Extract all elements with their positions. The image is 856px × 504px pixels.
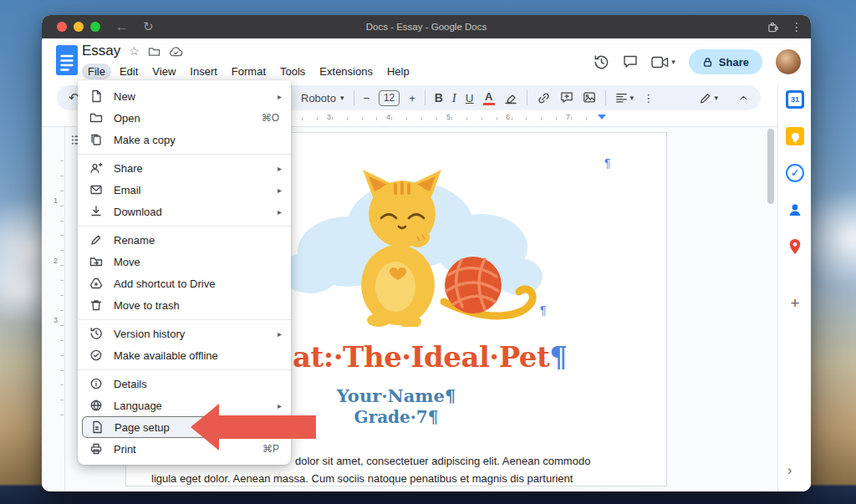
menu-separator — [78, 150, 291, 157]
editing-mode-select[interactable]: ▾ — [699, 92, 718, 104]
menu-item-label: Language — [114, 400, 162, 412]
menu-item-details[interactable]: Details — [78, 373, 291, 395]
menu-tools[interactable]: Tools — [274, 64, 311, 79]
document-title[interactable]: Essay — [82, 43, 120, 59]
collapse-toolbar-icon[interactable] — [738, 93, 749, 104]
insert-link-icon[interactable] — [537, 91, 551, 105]
ruler-number: 1 — [54, 196, 58, 205]
vertical-ruler[interactable]: 1 2 3 — [42, 127, 65, 491]
menu-item-download[interactable]: Download ▸ — [78, 201, 291, 222]
increase-font-size-button[interactable]: + — [409, 92, 415, 104]
align-select[interactable]: ▾ — [615, 92, 634, 104]
menu-item-share[interactable]: Share ▸ — [78, 157, 291, 179]
rename-pencil-icon — [89, 233, 103, 247]
menu-file[interactable]: File — [82, 64, 111, 79]
info-icon — [89, 377, 103, 390]
menu-item-make-available-offline[interactable]: Make available offline — [78, 344, 291, 366]
extensions-puzzle-icon[interactable] — [767, 21, 779, 33]
pilcrow-mark: ¶ — [549, 340, 567, 374]
menu-view[interactable]: View — [146, 64, 181, 79]
menu-insert[interactable]: Insert — [184, 64, 223, 79]
menu-format[interactable]: Format — [226, 64, 272, 79]
body-text-line: dolor sit amet, consectetuer adipiscing … — [295, 455, 590, 467]
window-title: Docs - Essay - Google Docs — [42, 22, 811, 32]
add-comment-icon[interactable] — [560, 91, 573, 104]
cat-illustration[interactable] — [277, 160, 544, 327]
menu-item-label: Share — [114, 162, 143, 175]
menu-item-label: Open — [114, 112, 140, 125]
highlight-color-icon[interactable] — [504, 91, 517, 104]
meet-call-control[interactable]: ▾ — [651, 56, 675, 69]
chevron-down-icon: ▾ — [630, 94, 634, 102]
user-avatar[interactable] — [776, 49, 801, 74]
share-button[interactable]: Share — [689, 49, 762, 74]
menu-extensions[interactable]: Extensions — [313, 64, 379, 79]
toolbar-divider — [527, 90, 527, 105]
menu-item-add-shortcut-to-drive[interactable]: Add shortcut to Drive — [78, 272, 291, 294]
menu-edit[interactable]: Edit — [114, 64, 144, 79]
menu-item-label: Email — [114, 184, 141, 196]
menu-item-open[interactable]: Open ⌘O — [78, 107, 291, 129]
menu-item-label: Details — [114, 378, 147, 390]
bold-icon[interactable]: B — [435, 91, 443, 104]
decrease-font-size-button[interactable]: − — [364, 92, 370, 104]
move-folder-icon — [89, 255, 103, 268]
back-icon[interactable]: ← — [115, 15, 128, 38]
menu-item-label: Move — [114, 256, 140, 268]
drive-icon — [89, 277, 103, 290]
google-docs-logo-icon[interactable] — [55, 44, 79, 79]
add-side-panel-app-icon[interactable]: + — [786, 294, 804, 313]
text-color-icon[interactable]: A — [483, 91, 495, 105]
italic-icon[interactable]: I — [452, 91, 456, 105]
menu-item-rename[interactable]: Rename — [78, 229, 291, 251]
hide-side-panel-chevron-icon[interactable]: › — [787, 463, 792, 478]
menu-item-label: Print — [114, 443, 136, 456]
browser-menu-icon[interactable]: ⋮ — [791, 20, 802, 33]
download-icon — [89, 205, 103, 218]
more-toolbar-options-icon[interactable]: ⋮ — [643, 92, 654, 104]
toolbar-divider — [605, 90, 606, 105]
menu-item-new[interactable]: New ▸ — [78, 85, 291, 107]
google-keep-icon[interactable] — [786, 127, 804, 145]
google-contacts-icon[interactable] — [786, 201, 804, 219]
cloud-status-icon[interactable] — [169, 46, 183, 57]
browser-window: ← ↻ Docs - Essay - Google Docs ⋮ Essay ☆ — [42, 15, 811, 491]
menu-item-email[interactable]: Email ▸ — [78, 179, 291, 201]
google-maps-icon[interactable] — [786, 237, 804, 256]
google-calendar-icon[interactable]: 31 — [786, 90, 804, 109]
submenu-arrow-icon: ▸ — [278, 207, 282, 216]
toolbar-divider — [425, 90, 425, 105]
language-globe-icon — [89, 399, 103, 412]
vertical-scrollbar[interactable] — [767, 129, 774, 204]
insert-image-icon[interactable] — [583, 91, 596, 104]
minimize-button[interactable] — [74, 22, 84, 32]
menu-separator — [78, 316, 291, 323]
version-history-icon[interactable] — [594, 54, 609, 70]
font-family-select[interactable]: Roboto ▾ — [301, 92, 344, 104]
close-button[interactable] — [57, 22, 67, 32]
toolbar-divider — [354, 90, 354, 105]
page-setup-icon — [90, 420, 104, 434]
submenu-arrow-icon: ▸ — [278, 186, 282, 195]
menu-help[interactable]: Help — [381, 64, 415, 79]
underline-icon[interactable]: U — [466, 92, 474, 104]
comments-icon[interactable] — [623, 54, 638, 69]
right-indent-marker[interactable] — [598, 115, 606, 120]
menu-item-move[interactable]: Move — [78, 251, 291, 272]
move-folder-icon[interactable] — [148, 46, 160, 57]
pilcrow-mark: ¶ — [428, 407, 439, 427]
menu-item-label: Move to trash — [114, 299, 180, 312]
ruler-ticks — [60, 160, 64, 430]
menu-separator — [78, 222, 291, 229]
google-tasks-icon[interactable]: ✓ — [786, 164, 804, 182]
menu-item-version-history[interactable]: Version history ▸ — [78, 323, 291, 344]
font-size-input[interactable]: 12 — [379, 90, 400, 106]
star-icon[interactable]: ☆ — [129, 45, 140, 57]
menu-item-move-to-trash[interactable]: Move to trash — [78, 294, 291, 316]
zoom-button[interactable] — [90, 22, 100, 32]
side-panel-rail: 31 ✓ + › — [777, 85, 811, 491]
menu-item-make-a-copy[interactable]: Make a copy — [78, 129, 291, 150]
essay-title-text: at:·The·Ideal·Pet — [293, 340, 549, 374]
submenu-arrow-icon: ▸ — [278, 164, 282, 173]
reload-icon[interactable]: ↻ — [143, 15, 154, 38]
